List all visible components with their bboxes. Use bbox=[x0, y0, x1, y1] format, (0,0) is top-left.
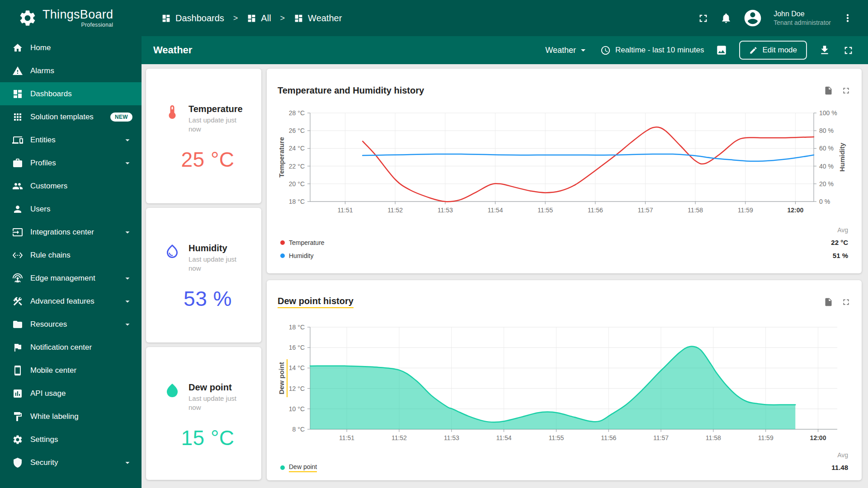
sidebar-item-notification-center[interactable]: Notification center bbox=[0, 336, 142, 359]
construction-icon bbox=[12, 296, 23, 307]
svg-text:11:55: 11:55 bbox=[538, 206, 553, 214]
dew-point-chart[interactable]: 8 °C10 °C12 °C14 °C16 °C18 °C11:5111:521… bbox=[278, 314, 851, 445]
sidebar-item-solution-templates[interactable]: Solution templates NEW bbox=[0, 105, 142, 128]
sidebar-item-mobile-center[interactable]: Mobile center bbox=[0, 359, 142, 382]
person-icon bbox=[12, 204, 23, 215]
ethernet-icon bbox=[12, 250, 23, 261]
folder-icon bbox=[12, 319, 23, 330]
sidebar-item-resources[interactable]: Resources bbox=[0, 313, 142, 336]
breadcrumb-item-all[interactable]: All bbox=[247, 13, 271, 23]
sidebar-item-dashboards[interactable]: Dashboards bbox=[0, 82, 142, 105]
value-card-subtitle: Last update just now bbox=[189, 255, 244, 273]
legend-label: Temperature bbox=[289, 239, 325, 246]
svg-text:11:54: 11:54 bbox=[496, 434, 512, 441]
home-icon bbox=[12, 42, 23, 53]
sidebar-item-api-usage[interactable]: API usage bbox=[0, 382, 142, 405]
temperature-humidity-chart[interactable]: 18 °C20 °C22 °C24 °C26 °C28 °C0 %20 %40 … bbox=[278, 102, 851, 220]
warning-icon bbox=[12, 66, 23, 76]
avg-column: Avg22 °C51 % bbox=[810, 224, 848, 262]
file-export-icon bbox=[824, 86, 833, 95]
value-card-humidity: Humidity Last update just now 53 % bbox=[146, 208, 261, 343]
fullscreen-button[interactable] bbox=[697, 12, 709, 24]
state-label: Weather bbox=[545, 46, 576, 55]
flag-icon bbox=[12, 342, 23, 353]
phone-icon bbox=[12, 365, 23, 376]
sidebar-item-edge-management[interactable]: Edge management bbox=[0, 267, 142, 290]
breadcrumb-separator: > bbox=[280, 14, 285, 23]
svg-text:11:51: 11:51 bbox=[337, 206, 353, 214]
charts-column: Temperature and Humidity history 18 °C20… bbox=[267, 69, 862, 480]
svg-text:24 °C: 24 °C bbox=[289, 145, 305, 152]
apps-icon bbox=[12, 112, 23, 122]
dashboard-grid-icon bbox=[294, 14, 303, 23]
dashboards-icon bbox=[12, 89, 23, 99]
sidebar-item-security[interactable]: Security bbox=[0, 451, 142, 474]
chevron-down-icon bbox=[123, 273, 132, 283]
breadcrumb-item-dashboards[interactable]: Dashboards bbox=[161, 13, 224, 23]
export-dashboard-button[interactable] bbox=[819, 44, 830, 56]
timewindow-label: Realtime - last 10 minutes bbox=[615, 46, 704, 55]
chevron-down-icon bbox=[123, 227, 132, 237]
chart-widget-temperature-humidity: Temperature and Humidity history 18 °C20… bbox=[267, 69, 862, 273]
avatar[interactable] bbox=[743, 8, 763, 28]
svg-text:11:58: 11:58 bbox=[706, 434, 721, 441]
svg-text:40 %: 40 % bbox=[819, 163, 834, 170]
sidebar-item-customers[interactable]: Customers bbox=[0, 174, 142, 197]
timewindow-selector[interactable]: Realtime - last 10 minutes bbox=[600, 45, 704, 56]
svg-text:60 %: 60 % bbox=[819, 145, 834, 152]
sidebar-item-rule-chains[interactable]: Rule chains bbox=[0, 244, 142, 267]
svg-text:12 °C: 12 °C bbox=[289, 385, 305, 392]
fullscreen-icon bbox=[697, 12, 709, 24]
legend-item-dew-point[interactable]: Dew point bbox=[280, 461, 317, 474]
value-card-value: 25 °C bbox=[164, 147, 251, 172]
svg-text:18 °C: 18 °C bbox=[289, 324, 305, 331]
widget-expand-button[interactable] bbox=[841, 86, 851, 95]
legend-item-temperature[interactable]: Temperature bbox=[280, 236, 325, 249]
header-actions: John Doe Tenant administrator bbox=[697, 8, 868, 28]
sidebar-item-white-labeling[interactable]: White labeling bbox=[0, 405, 142, 428]
sidebar-item-integrations-center[interactable]: Integrations center bbox=[0, 221, 142, 244]
sidebar-item-home[interactable]: Home bbox=[0, 36, 142, 59]
svg-text:11:56: 11:56 bbox=[588, 206, 603, 214]
dashboard-state-selector[interactable]: Weather bbox=[545, 45, 589, 56]
edit-mode-button[interactable]: Edit mode bbox=[739, 41, 807, 60]
sidebar-item-entities[interactable]: Entities bbox=[0, 128, 142, 151]
chevron-down-icon bbox=[578, 45, 589, 56]
sidebar-item-settings[interactable]: Settings bbox=[0, 428, 142, 451]
chart-footer: Dew pointAvg11.48 bbox=[278, 445, 851, 474]
settings-icon bbox=[12, 434, 23, 445]
notifications-button[interactable] bbox=[720, 12, 732, 24]
svg-text:Temperature: Temperature bbox=[278, 137, 285, 178]
sidebar-item-profiles[interactable]: Profiles bbox=[0, 151, 142, 174]
legend-dot bbox=[280, 465, 285, 470]
svg-text:12:00: 12:00 bbox=[810, 434, 826, 441]
user-name: John Doe bbox=[774, 9, 831, 19]
background-image-button[interactable] bbox=[716, 44, 727, 56]
avg-value-humidity: 51 % bbox=[810, 249, 848, 262]
sidebar-item-users[interactable]: Users bbox=[0, 197, 142, 221]
user-menu[interactable]: John Doe Tenant administrator bbox=[774, 9, 831, 27]
svg-text:11:51: 11:51 bbox=[339, 434, 354, 441]
sidebar-item-advanced-features[interactable]: Advanced features bbox=[0, 290, 142, 313]
avg-column: Avg11.48 bbox=[810, 449, 848, 474]
svg-text:0 %: 0 % bbox=[819, 198, 830, 205]
breadcrumb-item-weather[interactable]: Weather bbox=[294, 13, 342, 23]
svg-text:16 °C: 16 °C bbox=[289, 344, 305, 351]
image-icon bbox=[716, 44, 727, 56]
widget-export-button[interactable] bbox=[824, 86, 833, 95]
sidebar-item-alarms[interactable]: Alarms bbox=[0, 59, 142, 82]
widget-export-button[interactable] bbox=[824, 297, 833, 307]
svg-text:22 °C: 22 °C bbox=[289, 163, 305, 170]
dashboard-fullscreen-button[interactable] bbox=[842, 44, 854, 56]
value-card-subtitle: Last update just now bbox=[189, 116, 244, 134]
more-menu-button[interactable] bbox=[842, 12, 854, 24]
chart-legend: TemperatureHumidity bbox=[280, 224, 325, 262]
chart-legend: Dew point bbox=[280, 449, 317, 474]
brand[interactable]: ThingsBoard Professional bbox=[0, 8, 142, 28]
widget-expand-button[interactable] bbox=[841, 297, 851, 307]
fullscreen-icon bbox=[842, 44, 854, 56]
value-card-title: Humidity bbox=[189, 243, 244, 253]
legend-item-humidity[interactable]: Humidity bbox=[280, 249, 325, 262]
pencil-icon bbox=[749, 46, 758, 55]
edit-mode-label: Edit mode bbox=[762, 46, 797, 55]
